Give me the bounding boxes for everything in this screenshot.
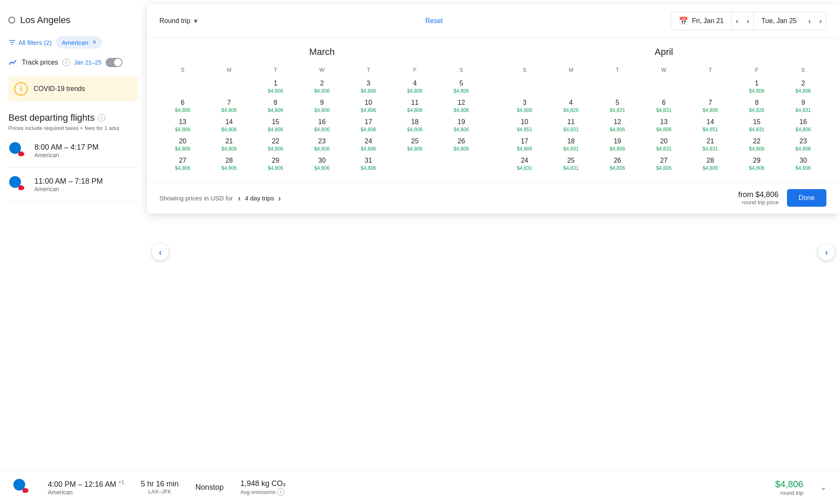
co2-info-icon[interactable]: i: [277, 488, 284, 496]
cal-day-number: 24: [502, 157, 547, 164]
cal-cell-day[interactable]: 24$4,831: [501, 154, 548, 174]
flight-row-2[interactable]: 11:00 AM – 7:18 PM American: [8, 168, 138, 202]
cal-cell-day[interactable]: 12$4,806: [438, 96, 485, 116]
cal-cell-day[interactable]: 30$4,806: [299, 154, 345, 174]
cal-cell-day[interactable]: 22$4,806: [734, 135, 780, 154]
cal-cell-day[interactable]: 23$4,806: [780, 135, 826, 154]
cal-cell-day[interactable]: 14$4,851: [687, 116, 734, 135]
cal-day-number: 29: [735, 157, 779, 164]
cal-cell-day[interactable]: 8$4,806: [252, 96, 299, 116]
cal-day-number: 28: [688, 157, 733, 164]
round-trip-dropdown[interactable]: Round trip ▾: [159, 16, 198, 26]
cal-cell-day[interactable]: 20$4,831: [641, 135, 687, 154]
cal-cell-day[interactable]: 14$4,806: [206, 116, 253, 135]
track-prices-toggle[interactable]: [106, 58, 122, 67]
cal-cell-day[interactable]: 22$4,806: [252, 135, 299, 154]
cal-cell-day[interactable]: 17$4,806: [345, 116, 392, 135]
cal-day-price: $4,806: [253, 88, 298, 94]
cal-cell-day[interactable]: 26$4,806: [438, 135, 485, 154]
cal-cell-day[interactable]: 19$4,806: [594, 135, 641, 154]
cal-cell-day[interactable]: 21$4,831: [687, 135, 734, 154]
cal-cell-day[interactable]: 31$4,806: [345, 154, 392, 174]
cal-cell-day[interactable]: 3$4,806: [501, 96, 548, 116]
cal-cell-day[interactable]: 7$4,806: [206, 96, 253, 116]
cal-cell-day[interactable]: 7$4,806: [687, 96, 734, 116]
cal-cell-day[interactable]: 1$4,806: [252, 77, 299, 96]
cal-cell-day[interactable]: 13$4,806: [641, 116, 687, 135]
cal-cell-day[interactable]: 17$4,806: [501, 135, 548, 154]
calendar-prev-arrow[interactable]: ‹: [152, 244, 169, 260]
flight-row-1[interactable]: 8:00 AM – 4:17 PM American: [8, 134, 138, 168]
cal-cell-day[interactable]: 5$4,831: [594, 96, 641, 116]
calendar-month-1: AprilSMTWTFS1$4,8062$4,8063$4,8064$4,826…: [501, 47, 826, 174]
cal-cell-day[interactable]: 18$4,831: [548, 135, 594, 154]
cal-cell-day[interactable]: 25$4,806: [392, 135, 438, 154]
date-to-next-button[interactable]: ›: [815, 13, 826, 30]
day-trips-label: 4 day trips: [245, 195, 274, 202]
cal-cell-day[interactable]: 2$4,806: [299, 77, 345, 96]
cal-cell-day[interactable]: 16$4,806: [299, 116, 345, 135]
expand-flight-button[interactable]: ⌄: [820, 483, 826, 492]
cal-cell-day[interactable]: 29$4,806: [252, 154, 299, 174]
cal-day-number: 18: [393, 118, 438, 126]
cal-cell-day[interactable]: 5$4,806: [438, 77, 485, 96]
covid-info-icon: i: [14, 82, 28, 96]
cal-cell-day[interactable]: 2$4,806: [780, 77, 826, 96]
cal-cell-day[interactable]: 12$4,806: [594, 116, 641, 135]
reset-button[interactable]: Reset: [425, 17, 443, 25]
cal-cell-day[interactable]: 4$4,806: [392, 77, 438, 96]
cal-cell-day[interactable]: 20$4,806: [159, 135, 206, 154]
remove-american-filter-button[interactable]: ×: [93, 39, 96, 46]
from-price-sub: round trip price: [738, 199, 779, 205]
best-departing-info-icon[interactable]: i: [98, 114, 105, 122]
cal-cell-day[interactable]: 28$4,806: [687, 154, 734, 174]
track-prices-icon: [8, 58, 18, 67]
day-trips-next-button[interactable]: ›: [278, 193, 281, 203]
all-filters-button[interactable]: All filters (2): [8, 39, 52, 46]
american-filter-chip[interactable]: American ×: [56, 36, 102, 49]
cal-cell-day[interactable]: 13$4,806: [159, 116, 206, 135]
cal-cell-day[interactable]: 16$4,806: [780, 116, 826, 135]
cal-cell-day[interactable]: 11$4,806: [392, 96, 438, 116]
cal-cell-day[interactable]: 8$4,826: [734, 96, 780, 116]
cal-cell-day[interactable]: 9$4,831: [780, 96, 826, 116]
date-from-next-button[interactable]: ›: [743, 13, 753, 30]
cal-cell-day[interactable]: 21$4,806: [206, 135, 253, 154]
cal-cell-day[interactable]: 27$4,806: [159, 154, 206, 174]
best-departing-section: Best departing flights i Prices include …: [8, 106, 138, 134]
cal-day-price: $4,806: [300, 127, 344, 132]
cal-cell-day[interactable]: 29$4,806: [734, 154, 780, 174]
cal-cell-day[interactable]: 6$4,806: [159, 96, 206, 116]
cal-cell-day[interactable]: 30$4,806: [780, 154, 826, 174]
cal-cell-day[interactable]: 15$4,806: [252, 116, 299, 135]
cal-cell-day[interactable]: 18$4,806: [392, 116, 438, 135]
cal-day-price: $4,806: [595, 146, 640, 152]
bottom-flight-row[interactable]: 4:00 PM – 12:16 AM +1 American 5 hr 16 m…: [0, 470, 839, 504]
cal-cell-day[interactable]: 6$4,831: [641, 96, 687, 116]
cal-day-price: $4,806: [393, 107, 438, 113]
cal-cell-day[interactable]: 24$4,806: [345, 135, 392, 154]
done-button[interactable]: Done: [787, 189, 826, 207]
cal-cell-day[interactable]: 23$4,806: [299, 135, 345, 154]
cal-cell-day[interactable]: 4$4,826: [548, 96, 594, 116]
cal-cell-day[interactable]: 11$4,831: [548, 116, 594, 135]
cal-day-price: $4,851: [688, 127, 733, 132]
calendar-next-arrow[interactable]: ›: [818, 244, 835, 260]
cal-cell-day[interactable]: 25$4,831: [548, 154, 594, 174]
cal-cell-day[interactable]: 9$4,806: [299, 96, 345, 116]
day-trips-prev-button[interactable]: ‹: [238, 193, 241, 203]
track-prices-info-icon[interactable]: i: [63, 59, 70, 66]
date-to-prev-button[interactable]: ‹: [804, 13, 815, 30]
cal-cell-day[interactable]: 19$4,806: [438, 116, 485, 135]
cal-day-number: 12: [595, 118, 640, 126]
cal-cell-day[interactable]: 1$4,806: [734, 77, 780, 96]
cal-cell-day[interactable]: 26$4,806: [594, 154, 641, 174]
cal-cell-day[interactable]: 3$4,806: [345, 77, 392, 96]
date-from-prev-button[interactable]: ‹: [732, 13, 743, 30]
cal-cell-day[interactable]: 28$4,806: [206, 154, 253, 174]
cal-day-price: $4,806: [346, 107, 391, 113]
cal-cell-day[interactable]: 15$4,831: [734, 116, 780, 135]
cal-cell-day[interactable]: 10$4,806: [345, 96, 392, 116]
cal-cell-day[interactable]: 10$4,851: [501, 116, 548, 135]
cal-cell-day[interactable]: 27$4,806: [641, 154, 687, 174]
